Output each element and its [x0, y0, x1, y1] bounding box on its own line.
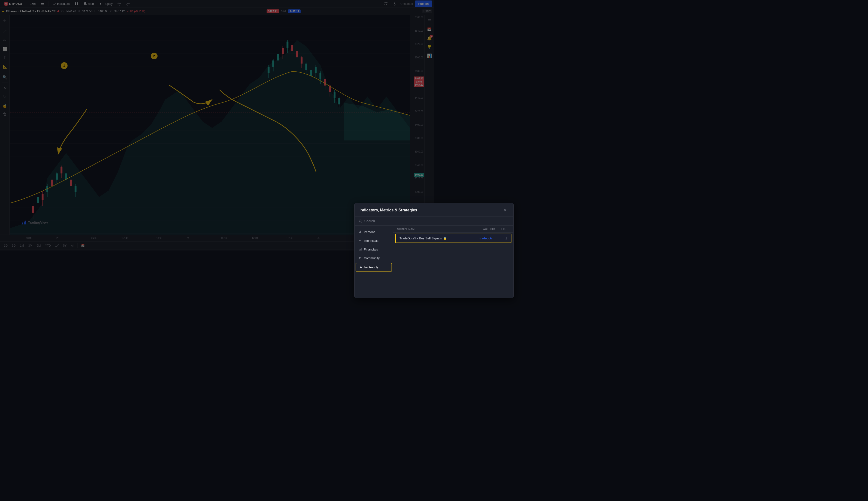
svg-rect-74 [361, 248, 362, 250]
modal-content: SCRIPT NAME AUTHOR LIKES TradeDots® - Bu… [393, 226, 434, 250]
svg-rect-72 [359, 249, 360, 250]
bar-chart-icon [358, 248, 362, 250]
svg-line-70 [361, 222, 362, 223]
modal-body: Personal Technicals Financials [355, 226, 434, 250]
col-script-header: SCRIPT NAME [397, 227, 434, 231]
svg-rect-73 [360, 249, 361, 250]
technicals-label: Technicals [364, 239, 379, 243]
chart-line-icon [358, 239, 362, 242]
table-row[interactable]: TradeDots® - Buy Sell Signals 🔒 tradedot… [395, 234, 434, 243]
table-header: SCRIPT NAME AUTHOR LIKES [393, 226, 434, 233]
financials-label: Financials [364, 248, 378, 251]
svg-point-69 [359, 220, 361, 222]
script-name-cell: TradeDots® - Buy Sell Signals 🔒 [400, 236, 434, 240]
modal-search [355, 217, 434, 226]
modal-overlay[interactable]: Indicators, Metrics & Strategies ✕ [0, 0, 434, 250]
modal-header: Indicators, Metrics & Strategies ✕ [355, 203, 434, 217]
sidebar-item-technicals[interactable]: Technicals [355, 236, 393, 245]
script-name-text: TradeDots® - Buy Sell Signals [400, 236, 434, 240]
person-icon [358, 230, 362, 234]
modal-sidebar: Personal Technicals Financials [355, 226, 393, 250]
svg-point-71 [360, 231, 361, 232]
personal-label: Personal [364, 230, 376, 234]
indicators-modal: Indicators, Metrics & Strategies ✕ [355, 203, 434, 250]
modal-title: Indicators, Metrics & Strategies [359, 208, 417, 212]
sidebar-item-financials[interactable]: Financials [355, 245, 393, 250]
sidebar-item-personal[interactable]: Personal [355, 227, 393, 236]
search-icon [358, 219, 362, 223]
search-input[interactable] [364, 219, 434, 223]
